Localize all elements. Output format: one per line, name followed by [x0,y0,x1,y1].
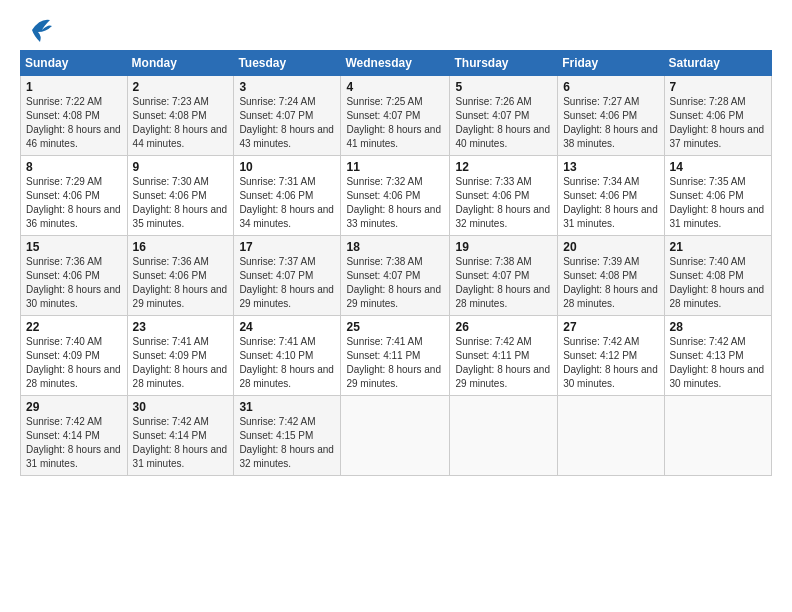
calendar-week-row: 22 Sunrise: 7:40 AM Sunset: 4:09 PM Dayl… [21,316,772,396]
day-detail: Sunrise: 7:25 AM Sunset: 4:07 PM Dayligh… [346,95,444,151]
day-number: 13 [563,160,658,174]
day-detail: Sunrise: 7:41 AM Sunset: 4:09 PM Dayligh… [133,335,229,391]
day-detail: Sunrise: 7:34 AM Sunset: 4:06 PM Dayligh… [563,175,658,231]
day-header-sunday: Sunday [21,51,128,76]
day-detail: Sunrise: 7:42 AM Sunset: 4:14 PM Dayligh… [26,415,122,471]
page: { "header": { "logo_line1": "General", "… [0,0,792,612]
day-number: 9 [133,160,229,174]
day-detail: Sunrise: 7:29 AM Sunset: 4:06 PM Dayligh… [26,175,122,231]
day-number: 23 [133,320,229,334]
day-detail: Sunrise: 7:33 AM Sunset: 4:06 PM Dayligh… [455,175,552,231]
day-number: 11 [346,160,444,174]
calendar-cell: 27 Sunrise: 7:42 AM Sunset: 4:12 PM Dayl… [558,316,664,396]
day-detail: Sunrise: 7:41 AM Sunset: 4:10 PM Dayligh… [239,335,335,391]
calendar-cell: 24 Sunrise: 7:41 AM Sunset: 4:10 PM Dayl… [234,316,341,396]
calendar-cell: 1 Sunrise: 7:22 AM Sunset: 4:08 PM Dayli… [21,76,128,156]
calendar-cell: 3 Sunrise: 7:24 AM Sunset: 4:07 PM Dayli… [234,76,341,156]
calendar-cell: 11 Sunrise: 7:32 AM Sunset: 4:06 PM Dayl… [341,156,450,236]
calendar-cell: 23 Sunrise: 7:41 AM Sunset: 4:09 PM Dayl… [127,316,234,396]
calendar-cell: 26 Sunrise: 7:42 AM Sunset: 4:11 PM Dayl… [450,316,558,396]
calendar-cell: 29 Sunrise: 7:42 AM Sunset: 4:14 PM Dayl… [21,396,128,476]
calendar-cell [341,396,450,476]
day-header-thursday: Thursday [450,51,558,76]
logo [20,16,52,40]
calendar-cell: 16 Sunrise: 7:36 AM Sunset: 4:06 PM Dayl… [127,236,234,316]
day-number: 3 [239,80,335,94]
day-detail: Sunrise: 7:38 AM Sunset: 4:07 PM Dayligh… [346,255,444,311]
calendar-cell: 17 Sunrise: 7:37 AM Sunset: 4:07 PM Dayl… [234,236,341,316]
calendar-cell: 20 Sunrise: 7:39 AM Sunset: 4:08 PM Dayl… [558,236,664,316]
day-detail: Sunrise: 7:35 AM Sunset: 4:06 PM Dayligh… [670,175,766,231]
calendar-header-row: SundayMondayTuesdayWednesdayThursdayFrid… [21,51,772,76]
day-number: 8 [26,160,122,174]
day-number: 31 [239,400,335,414]
calendar-cell: 13 Sunrise: 7:34 AM Sunset: 4:06 PM Dayl… [558,156,664,236]
day-number: 27 [563,320,658,334]
calendar-week-row: 15 Sunrise: 7:36 AM Sunset: 4:06 PM Dayl… [21,236,772,316]
day-detail: Sunrise: 7:36 AM Sunset: 4:06 PM Dayligh… [26,255,122,311]
day-number: 15 [26,240,122,254]
day-detail: Sunrise: 7:30 AM Sunset: 4:06 PM Dayligh… [133,175,229,231]
day-detail: Sunrise: 7:39 AM Sunset: 4:08 PM Dayligh… [563,255,658,311]
calendar-cell: 22 Sunrise: 7:40 AM Sunset: 4:09 PM Dayl… [21,316,128,396]
day-number: 17 [239,240,335,254]
day-detail: Sunrise: 7:40 AM Sunset: 4:09 PM Dayligh… [26,335,122,391]
day-detail: Sunrise: 7:23 AM Sunset: 4:08 PM Dayligh… [133,95,229,151]
day-number: 20 [563,240,658,254]
day-number: 16 [133,240,229,254]
calendar-week-row: 29 Sunrise: 7:42 AM Sunset: 4:14 PM Dayl… [21,396,772,476]
calendar-cell: 8 Sunrise: 7:29 AM Sunset: 4:06 PM Dayli… [21,156,128,236]
day-header-tuesday: Tuesday [234,51,341,76]
day-detail: Sunrise: 7:42 AM Sunset: 4:13 PM Dayligh… [670,335,766,391]
calendar-cell: 12 Sunrise: 7:33 AM Sunset: 4:06 PM Dayl… [450,156,558,236]
calendar-cell: 25 Sunrise: 7:41 AM Sunset: 4:11 PM Dayl… [341,316,450,396]
day-detail: Sunrise: 7:40 AM Sunset: 4:08 PM Dayligh… [670,255,766,311]
calendar-cell: 5 Sunrise: 7:26 AM Sunset: 4:07 PM Dayli… [450,76,558,156]
calendar-cell: 21 Sunrise: 7:40 AM Sunset: 4:08 PM Dayl… [664,236,771,316]
day-header-wednesday: Wednesday [341,51,450,76]
calendar-cell: 2 Sunrise: 7:23 AM Sunset: 4:08 PM Dayli… [127,76,234,156]
day-number: 6 [563,80,658,94]
day-detail: Sunrise: 7:41 AM Sunset: 4:11 PM Dayligh… [346,335,444,391]
day-detail: Sunrise: 7:42 AM Sunset: 4:14 PM Dayligh… [133,415,229,471]
calendar-cell [664,396,771,476]
day-number: 22 [26,320,122,334]
day-header-monday: Monday [127,51,234,76]
day-detail: Sunrise: 7:36 AM Sunset: 4:06 PM Dayligh… [133,255,229,311]
day-detail: Sunrise: 7:22 AM Sunset: 4:08 PM Dayligh… [26,95,122,151]
calendar-cell [558,396,664,476]
day-number: 1 [26,80,122,94]
calendar-cell: 19 Sunrise: 7:38 AM Sunset: 4:07 PM Dayl… [450,236,558,316]
calendar-cell: 15 Sunrise: 7:36 AM Sunset: 4:06 PM Dayl… [21,236,128,316]
calendar-cell: 30 Sunrise: 7:42 AM Sunset: 4:14 PM Dayl… [127,396,234,476]
day-number: 7 [670,80,766,94]
day-number: 10 [239,160,335,174]
calendar-cell: 6 Sunrise: 7:27 AM Sunset: 4:06 PM Dayli… [558,76,664,156]
day-number: 19 [455,240,552,254]
calendar-table: SundayMondayTuesdayWednesdayThursdayFrid… [20,50,772,476]
calendar-cell: 10 Sunrise: 7:31 AM Sunset: 4:06 PM Dayl… [234,156,341,236]
day-detail: Sunrise: 7:38 AM Sunset: 4:07 PM Dayligh… [455,255,552,311]
calendar-cell: 14 Sunrise: 7:35 AM Sunset: 4:06 PM Dayl… [664,156,771,236]
day-detail: Sunrise: 7:42 AM Sunset: 4:15 PM Dayligh… [239,415,335,471]
calendar-cell: 18 Sunrise: 7:38 AM Sunset: 4:07 PM Dayl… [341,236,450,316]
day-number: 12 [455,160,552,174]
calendar-week-row: 8 Sunrise: 7:29 AM Sunset: 4:06 PM Dayli… [21,156,772,236]
day-number: 5 [455,80,552,94]
day-header-saturday: Saturday [664,51,771,76]
calendar-cell: 9 Sunrise: 7:30 AM Sunset: 4:06 PM Dayli… [127,156,234,236]
day-number: 30 [133,400,229,414]
day-detail: Sunrise: 7:28 AM Sunset: 4:06 PM Dayligh… [670,95,766,151]
day-detail: Sunrise: 7:42 AM Sunset: 4:12 PM Dayligh… [563,335,658,391]
day-number: 25 [346,320,444,334]
day-detail: Sunrise: 7:24 AM Sunset: 4:07 PM Dayligh… [239,95,335,151]
calendar-cell: 4 Sunrise: 7:25 AM Sunset: 4:07 PM Dayli… [341,76,450,156]
day-detail: Sunrise: 7:37 AM Sunset: 4:07 PM Dayligh… [239,255,335,311]
calendar-cell: 28 Sunrise: 7:42 AM Sunset: 4:13 PM Dayl… [664,316,771,396]
calendar-cell: 7 Sunrise: 7:28 AM Sunset: 4:06 PM Dayli… [664,76,771,156]
day-number: 29 [26,400,122,414]
calendar-cell [450,396,558,476]
header [20,16,772,40]
day-header-friday: Friday [558,51,664,76]
day-number: 2 [133,80,229,94]
